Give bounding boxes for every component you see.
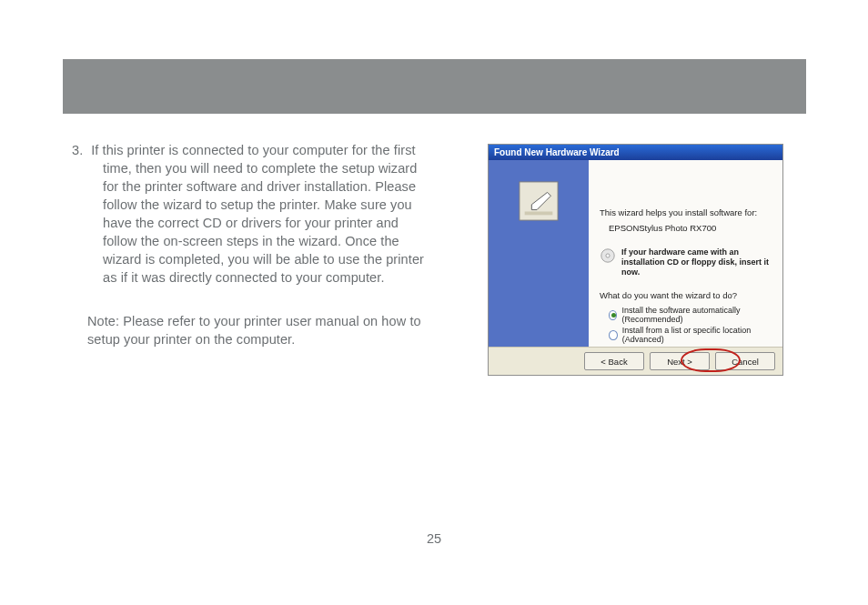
wizard-what-prompt: What do you want the wizard to do? bbox=[600, 290, 772, 300]
radio-dot-icon bbox=[609, 330, 618, 340]
step-3-paragraph: 3. If this printer is connected to your … bbox=[87, 141, 426, 287]
instruction-text-column: 3. If this printer is connected to your … bbox=[87, 141, 426, 348]
found-new-hardware-wizard-dialog: Found New Hardware Wizard This wizard he… bbox=[488, 144, 783, 376]
hardware-icon bbox=[518, 180, 560, 222]
wizard-title-bar: Found New Hardware Wizard bbox=[489, 145, 782, 160]
cd-icon bbox=[600, 247, 616, 264]
radio-auto-label: Install the software automatically (Reco… bbox=[621, 306, 772, 324]
gray-header-banner bbox=[63, 59, 806, 114]
svg-rect-1 bbox=[525, 212, 553, 216]
cancel-button[interactable]: Cancel bbox=[715, 352, 775, 370]
page-number: 25 bbox=[0, 531, 868, 546]
wizard-main-panel: This wizard helps you install software f… bbox=[589, 160, 782, 358]
wizard-sidebar-graphic bbox=[489, 160, 589, 358]
back-button[interactable]: < Back bbox=[584, 352, 644, 370]
step-text: If this printer is connected to your com… bbox=[91, 143, 424, 285]
note-paragraph: Note: Please refer to your printer user … bbox=[87, 312, 426, 348]
next-button[interactable]: Next > bbox=[650, 352, 710, 370]
radio-install-auto[interactable]: Install the software automatically (Reco… bbox=[609, 306, 772, 324]
radio-dot-icon bbox=[609, 310, 617, 320]
wizard-intro-text: This wizard helps you install software f… bbox=[600, 207, 772, 217]
wizard-radio-group: Install the software automatically (Reco… bbox=[609, 306, 772, 344]
wizard-hw-notice: If your hardware came with an installati… bbox=[621, 247, 772, 277]
radio-list-label: Install from a list or specific location… bbox=[622, 326, 772, 344]
wizard-device-name: EPSONStylus Photo RX700 bbox=[609, 223, 772, 233]
wizard-button-row: < Back Next > Cancel bbox=[489, 347, 782, 375]
radio-install-from-list[interactable]: Install from a list or specific location… bbox=[609, 326, 772, 344]
svg-point-3 bbox=[606, 254, 610, 257]
